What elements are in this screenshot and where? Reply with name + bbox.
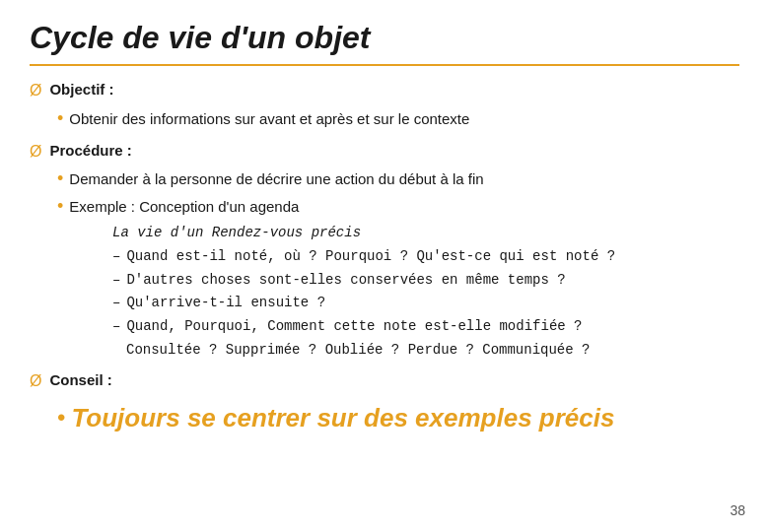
bullet-dot-2: • [57,166,63,193]
example-line-text-2: D'autres choses sont-elles conservées en… [126,270,565,292]
objectif-sub-1: • Obtenir des informations sur avant et … [57,107,739,133]
procedure-sub-2: • Exemple : Conception d'un agenda [57,195,739,221]
objectif-sub-text-1: Obtenir des informations sur avant et ap… [69,107,469,130]
example-line-5: Consultée ? Supprimée ? Oubliée ? Perdue… [126,340,739,362]
conseil-section: Ø Conseil : [30,368,739,394]
objectif-label: Objectif : [49,78,113,100]
example-line-1: – Quand est-il noté, où ? Pourquoi ? Qu'… [112,246,739,268]
title-divider [30,64,739,66]
procedure-sub-text-2: Exemple : Conception d'un agenda [69,195,299,218]
conseil-sub-item: • Toujours se centrer sur des exemples p… [57,398,739,437]
example-line-text-3: Qu'arrive-t-il ensuite ? [126,293,325,314]
objectif-section: Ø Objectif : [30,78,739,103]
dash-icon-2: – [112,270,120,292]
example-sub-section: La vie d'un Rendez-vous précis – Quand e… [57,223,739,361]
bullet-dot-1: • [57,105,63,133]
procedure-section: Ø Procédure : [30,139,739,165]
procedure-label: Procédure : [49,139,131,162]
example-intro: La vie d'un Rendez-vous précis [112,223,739,244]
conseil-text: Toujours se centrer sur des exemples pré… [71,398,614,437]
arrow-icon-conseil: Ø [30,369,41,394]
slide: Cycle de vie d'un objet Ø Objectif : • O… [0,0,769,532]
example-line-2: – D'autres choses sont-elles conservées … [112,270,739,292]
example-line-4: – Quand, Pourquoi, Comment cette note es… [112,316,739,338]
slide-content: Ø Objectif : • Obtenir des informations … [30,78,739,437]
procedure-sub-text-1: Demander à la personne de décrire une ac… [69,167,483,190]
dash-icon-1: – [112,246,120,268]
procedure-sub-1: • Demander à la personne de décrire une … [57,167,739,193]
bullet-dot-conseil: • [57,399,65,435]
page-number: 38 [730,502,745,518]
conseil-label: Conseil : [49,368,111,391]
example-line-text-4: Quand, Pourquoi, Comment cette note est-… [126,316,582,338]
arrow-icon-objectif: Ø [30,79,41,103]
slide-title: Cycle de vie d'un objet [30,20,739,56]
example-line-3: – Qu'arrive-t-il ensuite ? [112,293,739,314]
bullet-dot-3: • [57,193,63,221]
arrow-icon-procedure: Ø [30,140,41,165]
dash-icon-3: – [112,293,120,314]
example-line-text-5: Consultée ? Supprimée ? Oubliée ? Perdue… [126,340,590,362]
example-line-text-1: Quand est-il noté, où ? Pourquoi ? Qu'es… [126,246,615,268]
dash-icon-4: – [112,316,120,338]
